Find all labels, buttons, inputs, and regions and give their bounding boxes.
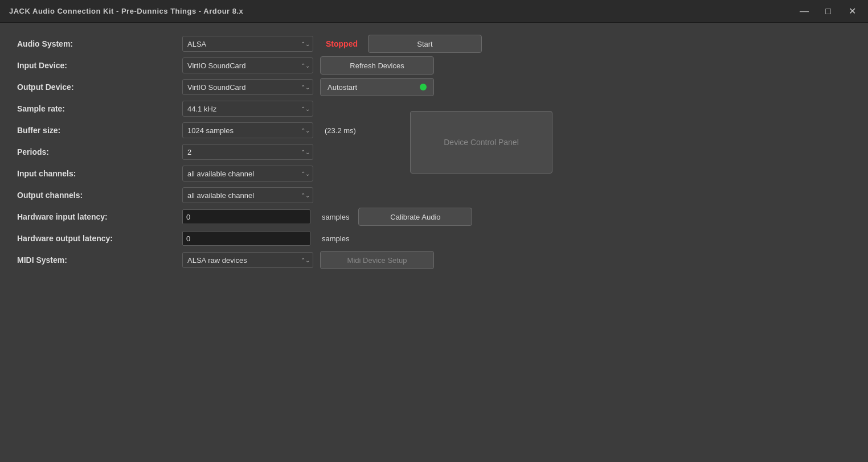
hw-input-latency-extra: samples Calibrate Audio (317, 208, 472, 226)
sample-rate-select-wrapper: 44.1 kHz 48 kHz 96 kHz (182, 101, 313, 117)
midi-system-select[interactable]: ALSA raw devices None (182, 252, 313, 268)
buffer-size-select-wrapper: 256 samples 512 samples 1024 samples 204… (182, 122, 313, 138)
input-device-label: Input Device: (17, 61, 182, 70)
input-channels-label: Input channels: (17, 169, 182, 178)
hw-output-latency-extra: samples (317, 234, 354, 243)
audio-system-extra: Stopped Start (320, 35, 482, 53)
periods-select-wrapper: 2 3 4 (182, 144, 313, 160)
autostart-button[interactable]: Autostart (320, 78, 434, 96)
autostart-label: Autostart (327, 83, 357, 92)
buffer-size-select[interactable]: 256 samples 512 samples 1024 samples 204… (182, 122, 313, 138)
refresh-devices-button[interactable]: Refresh Devices (320, 56, 434, 75)
maximize-button[interactable]: □ (817, 3, 840, 20)
calibrate-audio-button[interactable]: Calibrate Audio (358, 208, 472, 226)
main-content: Audio System: ALSA JACK PulseAudio Stopp… (0, 23, 868, 283)
buffer-size-label: Buffer size: (17, 126, 182, 135)
minimize-button[interactable]: — (793, 3, 816, 20)
hw-output-latency-row: Hardware output latency: 0 samples (17, 229, 482, 248)
output-device-extra: Autostart (320, 78, 434, 96)
window-controls: — □ ✕ (793, 3, 863, 20)
input-channels-select[interactable]: all available channel (182, 166, 313, 182)
audio-system-label: Audio System: (17, 39, 182, 48)
output-channels-row: Output channels: all available channel (17, 185, 482, 205)
periods-label: Periods: (17, 147, 182, 156)
periods-select[interactable]: 2 3 4 (182, 144, 313, 160)
sample-rate-label: Sample rate: (17, 104, 182, 113)
output-device-select-wrapper: VirtIO SoundCard (182, 79, 313, 95)
midi-system-row: MIDI System: ALSA raw devices None Midi … (17, 250, 482, 270)
output-device-row: Output Device: VirtIO SoundCard Autostar… (17, 77, 482, 97)
midi-system-label: MIDI System: (17, 255, 182, 265)
device-control-panel[interactable]: Device Control Panel (410, 111, 552, 174)
input-device-select[interactable]: VirtIO SoundCard (182, 57, 313, 73)
audio-system-row: Audio System: ALSA JACK PulseAudio Stopp… (17, 34, 482, 53)
hw-input-latency-suffix: samples (317, 213, 354, 221)
input-channels-select-wrapper: all available channel (182, 166, 313, 182)
hw-output-latency-input[interactable]: 0 (182, 231, 310, 246)
hw-output-latency-label: Hardware output latency: (17, 234, 182, 243)
input-device-extra: Refresh Devices (320, 56, 434, 75)
start-button[interactable]: Start (368, 35, 482, 53)
audio-system-select-wrapper: ALSA JACK PulseAudio (182, 36, 313, 52)
sample-rate-select[interactable]: 44.1 kHz 48 kHz 96 kHz (182, 101, 313, 117)
hw-input-latency-row: Hardware input latency: 0 samples Calibr… (17, 207, 482, 226)
hw-output-latency-suffix: samples (317, 234, 354, 243)
autostart-indicator (420, 84, 427, 90)
midi-system-extra: Midi Device Setup (320, 251, 434, 269)
midi-device-setup-button[interactable]: Midi Device Setup (320, 251, 434, 269)
output-device-select[interactable]: VirtIO SoundCard (182, 79, 313, 95)
audio-system-select[interactable]: ALSA JACK PulseAudio (182, 36, 313, 52)
close-button[interactable]: ✕ (841, 3, 863, 20)
output-channels-select[interactable]: all available channel (182, 187, 313, 203)
hw-input-latency-input[interactable]: 0 (182, 209, 310, 224)
midi-system-select-wrapper: ALSA raw devices None (182, 252, 313, 268)
input-device-select-wrapper: VirtIO SoundCard (182, 57, 313, 73)
hw-input-latency-label: Hardware input latency: (17, 212, 182, 221)
output-device-label: Output Device: (17, 82, 182, 92)
output-channels-label: Output channels: (17, 191, 182, 200)
input-device-row: Input Device: VirtIO SoundCard Refresh D… (17, 56, 482, 75)
window-title: JACK Audio Connection Kit - Pre-Dunnics … (9, 7, 243, 15)
buffer-size-extra: (23.2 ms) (320, 126, 361, 135)
device-control-panel-label: Device Control Panel (444, 138, 519, 147)
settings-wrapper: Audio System: ALSA JACK PulseAudio Stopp… (17, 34, 851, 272)
status-badge: Stopped (320, 39, 363, 48)
title-bar: JACK Audio Connection Kit - Pre-Dunnics … (0, 0, 868, 23)
buffer-ms-label: (23.2 ms) (320, 126, 361, 135)
output-channels-select-wrapper: all available channel (182, 187, 313, 203)
